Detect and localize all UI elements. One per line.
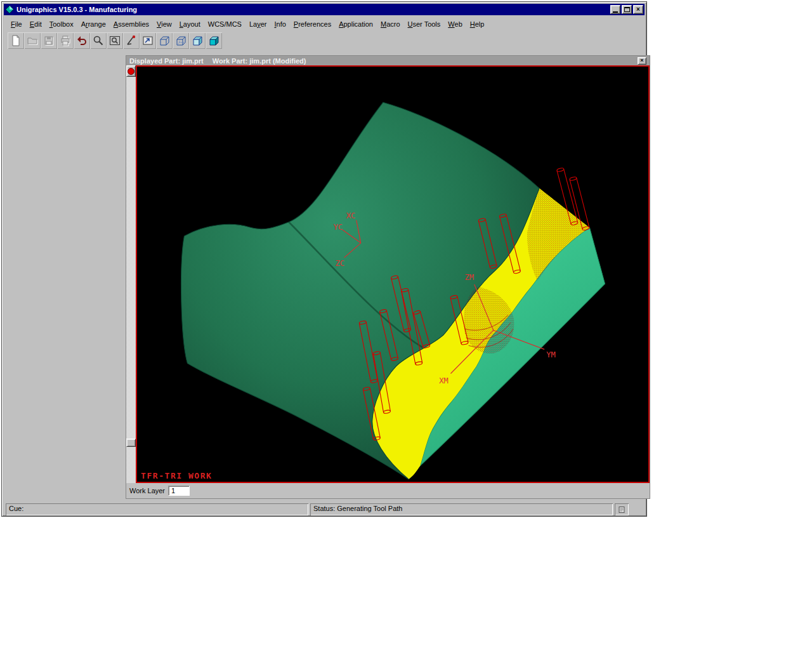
view-orientation-button[interactable] [140, 32, 156, 49]
print-button[interactable] [57, 32, 74, 49]
menu-assemblies[interactable]: Assemblies [110, 19, 153, 29]
drafting-tool-button[interactable] [123, 32, 140, 49]
open-part-icon [26, 34, 39, 47]
graphics-scrollbar-track[interactable] [126, 77, 136, 483]
window-title: Unigraphics V15.0.3 - Manufacturing [16, 6, 610, 13]
app-logo-icon [5, 5, 14, 14]
menu-layout[interactable]: Layout [176, 19, 204, 29]
solid-cube-button[interactable] [189, 32, 206, 49]
axis-label-xc: XC [346, 211, 356, 220]
maximize-icon [624, 7, 630, 12]
minimize-button[interactable] [610, 5, 620, 14]
graphics-window: Displayed Part: jim.prt Work Part: jim.p… [126, 55, 650, 499]
graphics-footer: Work Layer 1 [126, 483, 650, 498]
status-detail-button[interactable] [615, 503, 629, 515]
menu-web[interactable]: Web [444, 19, 466, 29]
view-orientation-icon [141, 34, 154, 47]
close-icon: × [636, 6, 640, 13]
graphics-close-button[interactable]: × [638, 57, 646, 65]
zoom-button[interactable] [90, 32, 107, 49]
status-text: Status: Generating Tool Path [313, 505, 402, 512]
graphics-scroll-strip [126, 65, 136, 483]
menu-application[interactable]: Application [335, 19, 377, 29]
menu-info[interactable]: Info [270, 19, 289, 29]
menu-user-tools[interactable]: User Tools [404, 19, 445, 29]
axis-label-zm: ZM [465, 273, 475, 282]
cue-label: Cue: [9, 505, 23, 512]
app-window: Unigraphics V15.0.3 - Manufacturing × Fi… [1, 1, 647, 517]
3d-scene[interactable]: XC YC ZC ZM YM XM TFR-TRI WORK [136, 65, 650, 483]
menu-help[interactable]: Help [466, 19, 488, 29]
zoom-window-button[interactable] [107, 32, 123, 49]
titlebar[interactable]: Unigraphics V15.0.3 - Manufacturing × [4, 4, 645, 15]
menu-toolbox[interactable]: Toolbox [46, 19, 77, 29]
axis-label-zc: ZC [336, 259, 345, 268]
stop-icon [128, 68, 134, 75]
close-button[interactable]: × [633, 5, 643, 14]
undo-icon [75, 34, 88, 47]
status-field: Status: Generating Tool Path [310, 503, 613, 515]
graphics-titlebar[interactable]: Displayed Part: jim.prt Work Part: jim.p… [126, 56, 650, 65]
solid-cube-icon [191, 34, 204, 47]
maximize-button[interactable] [622, 5, 632, 14]
window-controls: × [610, 5, 643, 14]
hidden-line-cube-icon [174, 34, 187, 47]
shaded-cube-icon [207, 34, 220, 47]
menu-edit[interactable]: Edit [26, 19, 46, 29]
menu-layer[interactable]: Layer [246, 19, 271, 29]
menu-wcs-mcs[interactable]: WCS/MCS [204, 19, 246, 29]
menu-preferences[interactable]: Preferences [290, 19, 335, 29]
axis-label-yc: YC [334, 223, 343, 232]
work-layer-label: Work Layer [129, 487, 165, 494]
menu-arrange[interactable]: Arrange [77, 19, 110, 29]
wireframe-cube-icon [158, 34, 171, 47]
drafting-tool-icon [125, 34, 138, 47]
scene-annotation: TFR-TRI WORK [141, 471, 212, 481]
open-part-button[interactable] [24, 32, 41, 49]
cue-field: Cue: [6, 503, 308, 515]
menubar: FileEditToolboxArrangeAssembliesViewLayo… [7, 18, 641, 30]
work-part-label: Work Part: jim.prt (Modified) [213, 57, 306, 65]
displayed-part-label: Displayed Part: jim.prt [129, 57, 204, 65]
zoom-window-icon [108, 34, 121, 47]
interrupt-button[interactable] [126, 65, 136, 77]
axis-label-xm: XM [439, 376, 449, 385]
graphics-viewport[interactable]: XC YC ZC ZM YM XM TFR-TRI WORK [136, 65, 650, 483]
menu-view[interactable]: View [153, 19, 176, 29]
graphics-close-icon: × [640, 58, 643, 63]
menu-macro[interactable]: Macro [377, 19, 404, 29]
work-layer-input[interactable]: 1 [168, 486, 190, 496]
print-icon [59, 34, 72, 47]
undo-button[interactable] [74, 32, 90, 49]
minimize-icon [613, 11, 618, 13]
statusbar: Cue: Status: Generating Tool Path [6, 503, 643, 515]
zoom-icon [92, 34, 105, 47]
shaded-cube-button[interactable] [206, 32, 222, 49]
hidden-line-cube-button[interactable] [173, 32, 189, 49]
graphics-scrollbar-thumb[interactable] [126, 439, 136, 447]
status-detail-icon [618, 506, 625, 514]
wireframe-cube-button[interactable] [156, 32, 173, 49]
axis-label-ym: YM [546, 350, 556, 359]
menu-file[interactable]: File [7, 19, 26, 29]
save-part-icon [43, 34, 55, 47]
new-part-button[interactable] [8, 32, 24, 49]
toolbar [8, 32, 222, 50]
new-part-icon [10, 34, 22, 47]
save-part-button[interactable] [41, 32, 57, 49]
